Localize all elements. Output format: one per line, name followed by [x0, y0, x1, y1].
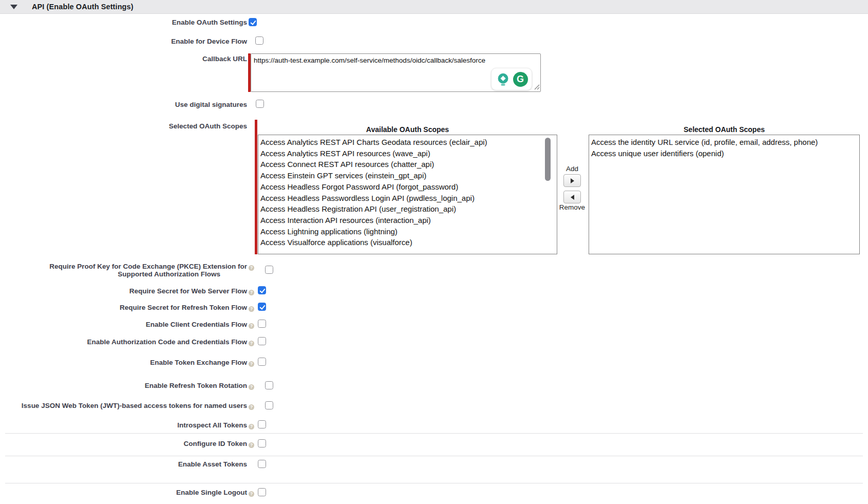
help-icon[interactable]: ? [249, 265, 254, 271]
help-icon[interactable]: ? [249, 306, 254, 312]
field-label-token-exchange: Enable Token Exchange Flow? [0, 359, 254, 367]
scope-option[interactable]: Access Connect REST API resources (chatt… [258, 159, 557, 170]
field-label-refresh-token-rotation: Enable Refresh Token Rotation? [0, 382, 254, 390]
grammarly-icon[interactable]: G [513, 72, 528, 87]
field-label-secret-refresh-token: Require Secret for Refresh Token Flow? [0, 304, 254, 312]
scope-option[interactable]: Access unique user identifiers (openid) [589, 148, 859, 159]
scope-option[interactable]: Access Headless Forgot Password API (for… [258, 181, 557, 193]
checkbox-asset-tokens[interactable] [258, 460, 266, 468]
checkbox-enable-oauth[interactable] [249, 18, 257, 26]
scope-option[interactable]: Access Interaction API resources (intera… [258, 215, 557, 226]
field-label-callback-url: Callback URL? [0, 55, 254, 63]
help-icon[interactable]: ? [249, 491, 254, 497]
checkbox-secret-refresh-token[interactable] [258, 303, 266, 311]
field-label-configure-id-token: Configure ID Token? [0, 440, 254, 448]
field-label-auth-code-credentials: Enable Authorization Code and Credential… [0, 338, 254, 346]
add-button[interactable] [563, 174, 581, 187]
scope-option[interactable]: Access Lightning applications (lightning… [258, 226, 557, 237]
checkbox-token-exchange[interactable] [258, 358, 266, 366]
field-label-single-logout: Enable Single Logout? [0, 489, 254, 497]
checkbox-refresh-token-rotation[interactable] [265, 381, 273, 389]
resize-handle-icon[interactable] [533, 83, 540, 90]
grammarly-extension-pill: G [491, 68, 532, 90]
help-icon[interactable]: ? [249, 290, 254, 295]
help-icon[interactable]: ? [249, 424, 254, 430]
divider [5, 433, 863, 434]
checkbox-pkce[interactable] [265, 266, 273, 274]
section-header: API (Enable OAuth Settings) [0, 0, 868, 14]
field-label-enable-oauth: Enable OAuth Settings [0, 18, 247, 27]
checkbox-introspect-all-tokens[interactable] [258, 420, 266, 428]
field-label-introspect-all-tokens: Introspect All Tokens? [0, 421, 254, 430]
available-scopes-header: Available OAuth Scopes [258, 125, 557, 134]
left-arrow-icon [571, 195, 574, 200]
help-icon[interactable]: ? [249, 323, 254, 329]
field-label-device-flow: Enable for Device Flow [0, 38, 247, 46]
field-label-secret-web-server: Require Secret for Web Server Flow? [0, 287, 254, 295]
scope-option[interactable]: Access Headless Passwordless Login API (… [258, 193, 557, 204]
checkbox-device-flow[interactable] [255, 36, 263, 45]
required-indicator [255, 120, 257, 254]
checkbox-digital-signatures[interactable] [256, 100, 264, 108]
field-label-client-credentials: Enable Client Credentials Flow? [0, 321, 254, 329]
scope-option[interactable]: Access the identity URL service (id, pro… [589, 137, 859, 148]
field-label-digital-signatures: Use digital signatures [0, 101, 247, 109]
field-label-asset-tokens: Enable Asset Tokens [0, 460, 247, 469]
checkbox-client-credentials[interactable] [258, 320, 266, 328]
scope-option[interactable]: Access Analytics REST API Charts Geodata… [258, 137, 557, 148]
add-label: Add [563, 165, 581, 173]
checkbox-secret-web-server[interactable] [258, 286, 266, 294]
scope-option[interactable]: Access Analytics REST API resources (wav… [258, 148, 557, 159]
checkbox-jwt-access-tokens[interactable] [265, 401, 273, 409]
scope-option[interactable]: Access Headless Registration API (user_r… [258, 203, 557, 215]
collapse-triangle-icon[interactable] [10, 5, 17, 9]
divider [5, 456, 863, 456]
checkbox-configure-id-token[interactable] [258, 439, 266, 447]
section-title: API (Enable OAuth Settings) [32, 3, 134, 11]
selected-scopes-listbox[interactable]: Access the identity URL service (id, pro… [589, 135, 860, 254]
checkbox-auth-code-credentials[interactable] [258, 337, 266, 345]
scope-option[interactable]: Access Einstein GPT services (einstein_g… [258, 170, 557, 181]
scope-option[interactable]: Access Visualforce applications (visualf… [258, 237, 557, 248]
help-icon[interactable]: ? [249, 361, 254, 367]
help-icon[interactable]: ? [249, 404, 254, 410]
scrollbar-thumb[interactable] [545, 138, 551, 181]
checkbox-single-logout[interactable] [258, 488, 266, 496]
lightbulb-icon[interactable] [496, 72, 511, 87]
right-arrow-icon [571, 178, 574, 183]
divider [5, 483, 863, 483]
help-icon[interactable]: ? [249, 341, 254, 346]
remove-label: Remove [558, 203, 587, 211]
help-icon[interactable]: ? [249, 384, 254, 390]
field-label-jwt-access-tokens: Issue JSON Web Token (JWT)-based access … [0, 402, 254, 410]
remove-button[interactable] [563, 191, 581, 203]
help-icon[interactable]: ? [249, 442, 254, 448]
field-label-selected-oauth-scopes: Selected OAuth Scopes [0, 122, 247, 130]
available-scopes-listbox[interactable]: Access Analytics REST API Charts Geodata… [258, 135, 557, 254]
field-label-pkce: Require Proof Key for Code Exchange (PKC… [0, 263, 254, 278]
selected-scopes-header: Selected OAuth Scopes [589, 125, 860, 134]
